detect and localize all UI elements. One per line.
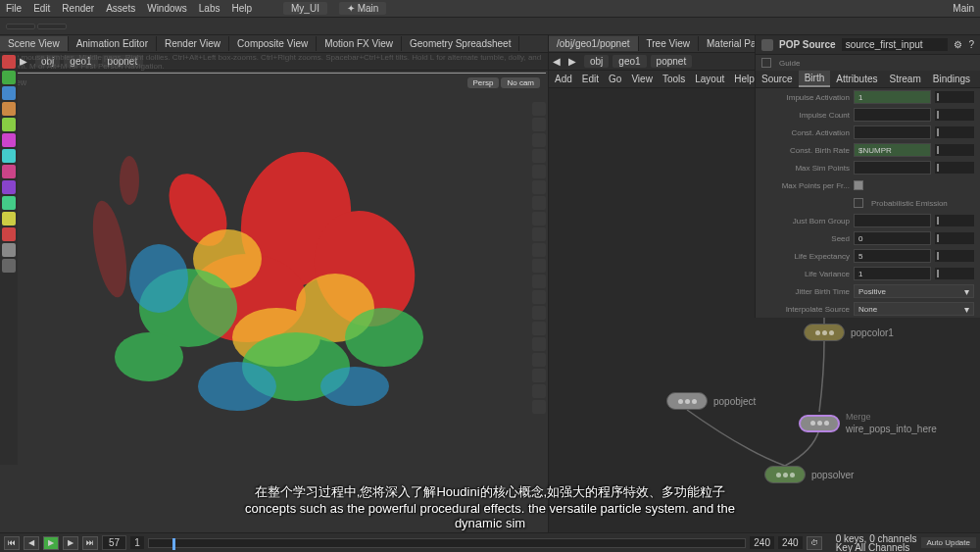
shelf-tool-icon[interactable] [2, 243, 16, 257]
disp-toggle-icon[interactable] [532, 259, 546, 273]
shelf-tool-icon[interactable] [2, 86, 16, 100]
disp-toggle-icon[interactable] [532, 227, 546, 241]
guide-checkbox[interactable] [761, 58, 771, 68]
disp-toggle-icon[interactable] [532, 337, 546, 351]
disp-toggle-icon[interactable] [532, 133, 546, 147]
frame-field[interactable]: 57 [102, 535, 126, 550]
shelf-tool-icon[interactable] [2, 180, 16, 194]
slider[interactable] [935, 91, 974, 103]
net-go[interactable]: Go [609, 74, 621, 84]
end-field[interactable]: 240 [750, 536, 774, 549]
tab-geometry-spreadsheet[interactable]: Geometry Spreadsheet [402, 36, 519, 51]
node-popsolver[interactable]: popsolver [764, 466, 854, 483]
timeline-next-icon[interactable]: ▶ [63, 536, 78, 550]
net-view[interactable]: View [631, 74, 653, 84]
shelf-tool-icon[interactable] [2, 102, 16, 116]
path-geo1-r[interactable]: geo1 [612, 55, 646, 68]
param-field[interactable] [854, 161, 931, 175]
shelf-tab[interactable] [37, 24, 67, 29]
disp-toggle-icon[interactable] [532, 165, 546, 178]
param-field[interactable]: 5 [854, 249, 931, 263]
gear-icon[interactable]: ⚙ [954, 39, 962, 50]
timeline-last-icon[interactable]: ⏭ [82, 536, 98, 550]
ptab-birth[interactable]: Birth [799, 71, 831, 87]
slider[interactable] [935, 232, 974, 244]
shelf-tool-icon[interactable] [2, 259, 16, 273]
param-field[interactable]: 1 [854, 267, 931, 280]
timeline-first-icon[interactable]: ⏮ [4, 536, 20, 550]
menu-windows[interactable]: Windows [147, 3, 187, 14]
shelf-tool-icon[interactable] [2, 212, 16, 226]
slider[interactable] [935, 126, 974, 138]
realtime-icon[interactable]: ⏱ [807, 536, 822, 550]
slider[interactable] [935, 215, 974, 226]
disp-toggle-icon[interactable] [532, 149, 546, 163]
param-field[interactable] [854, 214, 931, 227]
net-add[interactable]: Add [555, 74, 572, 84]
net-edit[interactable]: Edit [582, 74, 599, 84]
main-label[interactable]: ✦ Main [339, 2, 386, 15]
node-wire_pops_into_here[interactable]: Mergewire_pops_into_here [799, 412, 937, 434]
key-button[interactable]: Key All Channels [836, 543, 917, 552]
checkbox[interactable] [854, 198, 863, 208]
shelf-tool-icon[interactable] [2, 165, 16, 178]
disp-toggle-icon[interactable] [532, 369, 546, 382]
tab-composite-view[interactable]: Composite View [229, 36, 317, 51]
desktop-selector[interactable]: My_UI [283, 2, 327, 15]
net-layout[interactable]: Layout [695, 74, 724, 84]
disp-toggle-icon[interactable] [532, 400, 546, 414]
ptab-stream[interactable]: Stream [884, 72, 927, 86]
disp-toggle-icon[interactable] [532, 275, 546, 288]
disp-toggle-icon[interactable] [532, 118, 546, 131]
menu-file[interactable]: File [6, 3, 22, 14]
ptab-bindings[interactable]: Bindings [927, 72, 976, 86]
menu-help[interactable]: Help [231, 3, 252, 14]
ptab-attributes[interactable]: Attributes [830, 72, 883, 86]
disp-toggle-icon[interactable] [532, 102, 546, 116]
timeline-play-icon[interactable]: ▶ [43, 536, 59, 550]
param-node-name[interactable]: source_first_input [842, 38, 949, 51]
persp-button[interactable]: Persp [467, 77, 500, 88]
tab-scene-view[interactable]: Scene View [0, 36, 69, 51]
shelf-tab[interactable] [6, 24, 35, 29]
path-popnet-r[interactable]: popnet [651, 55, 693, 68]
help-icon[interactable]: ? [968, 39, 974, 50]
disp-toggle-icon[interactable] [532, 196, 546, 210]
param-field[interactable] [854, 125, 931, 139]
tab-network[interactable]: /obj/geo1/popnet [549, 36, 639, 51]
shelf-tool-icon[interactable] [2, 149, 16, 163]
net-tools[interactable]: Tools [662, 74, 685, 84]
tab-animation-editor[interactable]: Animation Editor [69, 36, 157, 51]
slider[interactable] [935, 250, 974, 262]
disp-toggle-icon[interactable] [532, 243, 546, 257]
param-field[interactable]: 1 [854, 90, 931, 104]
checkbox[interactable] [854, 180, 863, 190]
node-popobject[interactable]: popobject [666, 392, 756, 410]
back-icon[interactable]: ◀ [553, 56, 564, 68]
shelf-tool-icon[interactable] [2, 118, 16, 131]
dropdown[interactable]: None▾ [854, 302, 974, 316]
menu-labs[interactable]: Labs [199, 3, 220, 14]
path-obj-r[interactable]: obj [584, 55, 609, 68]
timeline-prev-icon[interactable]: ◀ [24, 536, 39, 550]
ptab-source[interactable]: Source [756, 72, 799, 86]
dropdown[interactable]: Positive▾ [854, 284, 974, 298]
shelf-tool-icon[interactable] [2, 133, 16, 147]
camera-button[interactable]: No cam [501, 77, 540, 88]
disp-toggle-icon[interactable] [532, 290, 546, 304]
menu-render[interactable]: Render [62, 3, 94, 14]
disp-toggle-icon[interactable] [532, 180, 546, 194]
fwd-icon[interactable]: ▶ [568, 56, 580, 68]
param-field[interactable]: $NUMPR [854, 143, 931, 157]
auto-update-toggle[interactable]: Auto Update [921, 537, 976, 548]
shelf-tool-icon[interactable] [2, 71, 16, 84]
node-popcolor1[interactable]: popcolor1 [804, 324, 894, 341]
timeline-slider[interactable] [148, 538, 747, 548]
shelf-tool-icon[interactable] [2, 55, 16, 69]
tab-render-view[interactable]: Render View [157, 36, 229, 51]
net-help[interactable]: Help [734, 74, 755, 84]
param-field[interactable]: 0 [854, 231, 931, 245]
main-right[interactable]: Main [953, 3, 974, 14]
slider[interactable] [935, 268, 974, 279]
tab-tree-view[interactable]: Tree View [639, 36, 699, 51]
